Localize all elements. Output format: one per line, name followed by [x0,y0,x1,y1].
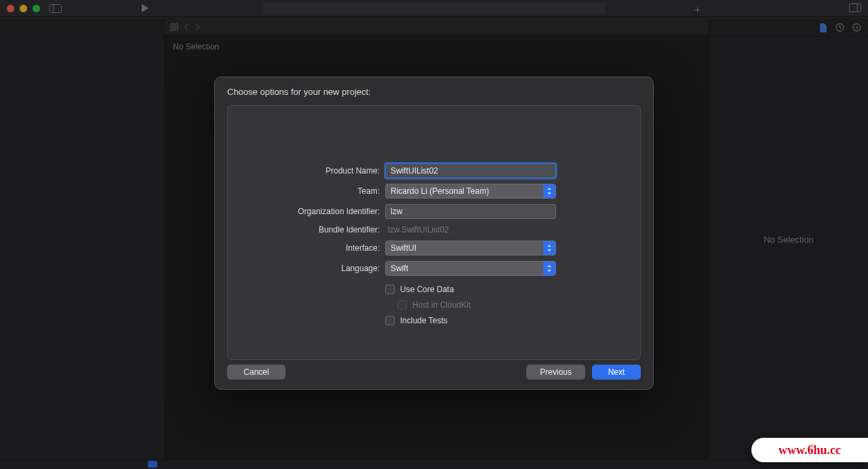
cloudkit-checkbox [397,300,407,310]
inspector-no-selection: No Selection [709,234,868,245]
new-project-options-sheet: Choose options for your new project: Pro… [214,77,654,390]
team-select-value: Ricardo Li (Personal Team) [391,186,489,196]
include-tests-checkbox[interactable] [385,316,395,325]
chevron-updown-icon [543,262,555,275]
forward-icon[interactable] [195,23,200,31]
team-label: Team: [228,186,385,196]
svg-rect-13 [175,24,178,26]
product-name-label: Product Name: [228,166,385,176]
bundle-id-value: lzw.SwiftUIList02 [385,225,556,234]
team-select[interactable]: Ricardo Li (Personal Team) [385,184,556,199]
minimize-window-button[interactable] [20,5,27,12]
related-items-icon[interactable] [170,23,178,31]
chevron-updown-icon [543,184,555,198]
svg-rect-15 [175,28,178,30]
sheet-title: Choose options for your new project: [215,77,653,105]
language-label: Language: [228,264,385,273]
cancel-button[interactable]: Cancel [227,365,285,380]
help-inspector-icon[interactable]: ? [852,23,861,32]
sheet-body: Product Name: Team: Ricardo Li (Personal… [227,105,641,360]
svg-rect-2 [850,4,861,12]
zoom-window-button[interactable] [33,5,40,12]
svg-text:?: ? [855,25,859,31]
org-id-input[interactable] [385,204,556,219]
window-titlebar: ＋ [0,0,868,16]
include-tests-label: Include Tests [400,316,448,325]
run-button-icon[interactable] [141,3,149,13]
traffic-lights [7,5,40,12]
cloudkit-label: Host in CloudKit [412,300,471,310]
activity-viewer[interactable] [263,3,606,14]
language-select-value: Swift [391,264,408,273]
chevron-updown-icon [543,241,555,255]
interface-select[interactable]: SwiftUI [385,241,556,256]
close-window-button[interactable] [7,5,14,12]
file-inspector-icon[interactable] [819,23,827,32]
project-navigator[interactable] [0,19,165,460]
inspector-toggle-icon[interactable] [849,3,861,12]
back-icon[interactable] [184,23,189,31]
filter-indicator-icon[interactable] [148,461,157,468]
svg-rect-14 [171,28,174,30]
core-data-checkbox[interactable] [385,285,395,294]
bundle-id-label: Bundle Identifier: [228,225,385,234]
inspector-panel: ? No Selection [709,19,868,460]
previous-button[interactable]: Previous [526,365,585,380]
product-name-input[interactable] [385,163,556,178]
next-button[interactable]: Next [592,365,641,380]
navigator-toggle-icon[interactable] [50,4,62,13]
core-data-label: Use Core Data [400,285,454,294]
history-inspector-icon[interactable] [835,23,844,32]
add-editor-icon[interactable]: ＋ [692,3,703,16]
svg-rect-12 [171,24,174,26]
interface-label: Interface: [228,243,385,253]
language-select[interactable]: Swift [385,261,556,276]
org-id-label: Organization Identifier: [228,207,385,216]
no-selection-label: No Selection [165,35,709,58]
watermark-badge: www.6hu.cc [751,438,868,462]
svg-rect-0 [50,4,62,12]
status-bar [0,460,868,469]
interface-select-value: SwiftUI [391,243,416,253]
